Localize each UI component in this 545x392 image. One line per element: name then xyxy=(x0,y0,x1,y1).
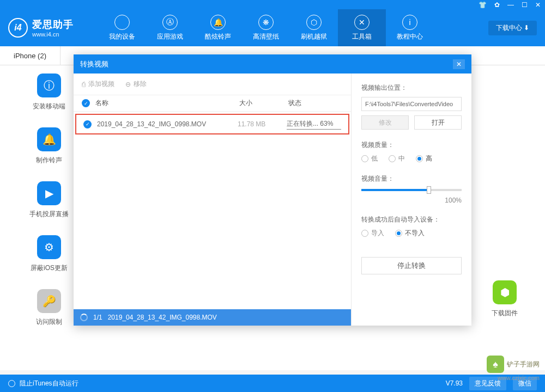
stop-convert-button[interactable]: 停止转换 xyxy=(361,257,462,274)
import-label: 转换成功后自动导入设备： xyxy=(361,215,462,224)
settings-panel: 视频输出位置： 修改 打开 视频质量： 低 中 高 视频音量： xyxy=(352,74,471,326)
close-icon[interactable]: ✕ xyxy=(535,1,541,9)
download-center-button[interactable]: 下载中心 ⬇ xyxy=(488,21,537,35)
modal-title: 转换视频 xyxy=(80,59,108,69)
import-yes[interactable]: 导入 xyxy=(361,229,384,238)
open-button[interactable]: 打开 xyxy=(414,115,462,130)
progress-footer: 1/1 2019_04_28_13_42_IMG_0998.MOV xyxy=(74,309,351,326)
volume-label: 视频音量： xyxy=(361,174,462,183)
nav-item[interactable]: Ⓐ应用游戏 xyxy=(146,9,194,46)
tool-icon: ⓘ xyxy=(37,74,61,97)
row-status: 正在转换... 63% xyxy=(287,119,341,130)
tool-grid: ⓘ安装移动端🔔制作铃声▶手机投屏直播⚙屏蔽iOS更新🔑访问限制 xyxy=(16,74,82,327)
progress-count: 1/1 xyxy=(93,314,102,321)
tool-item[interactable]: ▶手机投屏直播 xyxy=(16,181,82,219)
remove-icon: ⊖ xyxy=(125,81,131,88)
header: i4 爱思助手 www.i4.cn 我的设备Ⓐ应用游戏🔔酷炫铃声❋高清壁纸⬡刷机… xyxy=(0,9,545,46)
modal-close-button[interactable]: ✕ xyxy=(453,59,465,69)
itunes-block-label[interactable]: 阻止iTunes自动运行 xyxy=(20,379,78,388)
watermark-url: www.czjxjc.com xyxy=(498,375,540,381)
tool-item[interactable]: 🔔制作铃声 xyxy=(16,127,82,165)
tool-download-firmware[interactable]: ⬢ 下载固件 xyxy=(492,280,518,318)
nav-item[interactable]: ❋高清壁纸 xyxy=(242,9,290,46)
nav-icon xyxy=(114,15,130,30)
logo: i4 爱思助手 www.i4.cn xyxy=(8,18,74,38)
modify-button[interactable]: 修改 xyxy=(361,115,409,130)
cube-icon: ⬢ xyxy=(493,280,517,304)
main-nav: 我的设备Ⓐ应用游戏🔔酷炫铃声❋高清壁纸⬡刷机越狱✕工具箱i教程中心 xyxy=(98,9,434,46)
nav-icon: ❋ xyxy=(258,15,274,30)
nav-item[interactable]: 我的设备 xyxy=(98,9,146,46)
quality-label: 视频质量： xyxy=(361,140,462,150)
spinner-icon xyxy=(80,314,88,321)
tool-label: 下载固件 xyxy=(492,309,518,318)
convert-video-modal: 转换视频 ✕ ⎙ 添加视频 ⊖ 移除 ✓ 名称 大小 状态 ✓ xyxy=(74,54,471,326)
list-header: ✓ 名称 大小 状态 xyxy=(74,95,351,112)
progress-file: 2019_04_28_13_42_IMG_0998.MOV xyxy=(108,314,217,321)
maximize-icon[interactable]: ☐ xyxy=(522,1,528,9)
nav-icon: i xyxy=(402,15,417,30)
volume-value: 100% xyxy=(361,197,462,204)
status-indicator-icon xyxy=(8,380,15,387)
add-icon: ⎙ xyxy=(82,81,86,88)
tool-item[interactable]: ⚙屏蔽iOS更新 xyxy=(16,235,82,273)
quality-high[interactable]: 高 xyxy=(416,154,432,163)
quality-mid[interactable]: 中 xyxy=(389,154,405,163)
volume-slider[interactable] xyxy=(361,189,462,191)
row-filename: 2019_04_28_13_42_IMG_0998.MOV xyxy=(97,120,238,128)
tool-item[interactable]: ⓘ安装移动端 xyxy=(16,74,82,111)
watermark: ♠ 铲子手游网 xyxy=(487,356,540,373)
row-checkbox[interactable]: ✓ xyxy=(83,120,92,128)
titlebar: 👕 ✿ — ☐ ✕ xyxy=(0,0,545,9)
output-path-label: 视频输出位置： xyxy=(361,83,462,93)
quality-radio-group: 低 中 高 xyxy=(361,154,462,163)
nav-item[interactable]: 🔔酷炫铃声 xyxy=(194,9,242,46)
app-name: 爱思助手 xyxy=(32,18,74,31)
col-size: 大小 xyxy=(239,99,288,108)
tool-item[interactable]: 🔑访问限制 xyxy=(16,289,82,327)
remove-video-button[interactable]: ⊖ 移除 xyxy=(125,79,147,89)
col-status: 状态 xyxy=(288,99,343,108)
nav-icon: 🔔 xyxy=(210,15,226,30)
settings-icon[interactable]: ✿ xyxy=(494,1,500,9)
output-path-input[interactable] xyxy=(361,97,462,111)
tool-icon: ▶ xyxy=(37,181,61,205)
tool-icon: ⚙ xyxy=(37,235,61,259)
version-label: V7.93 xyxy=(446,379,463,387)
app-url: www.i4.cn xyxy=(32,31,74,38)
video-row[interactable]: ✓ 2019_04_28_13_42_IMG_0998.MOV 11.78 MB… xyxy=(75,114,349,134)
quality-low[interactable]: 低 xyxy=(361,154,378,163)
nav-item[interactable]: ⬡刷机越狱 xyxy=(290,9,338,46)
video-list-panel: ⎙ 添加视频 ⊖ 移除 ✓ 名称 大小 状态 ✓ 2019_04_28_13_4… xyxy=(74,74,352,326)
row-size: 11.78 MB xyxy=(238,120,287,128)
nav-item[interactable]: ✕工具箱 xyxy=(338,9,386,46)
list-toolbar: ⎙ 添加视频 ⊖ 移除 xyxy=(74,74,351,95)
modal-header: 转换视频 ✕ xyxy=(74,54,471,74)
tool-icon: 🔔 xyxy=(37,127,61,151)
col-name: 名称 xyxy=(95,99,239,108)
select-all-checkbox[interactable]: ✓ xyxy=(82,99,90,107)
nav-icon: ✕ xyxy=(354,15,370,30)
add-video-button[interactable]: ⎙ 添加视频 xyxy=(82,79,114,89)
tool-icon: 🔑 xyxy=(37,289,61,313)
statusbar: 阻止iTunes自动运行 V7.93 意见反馈 微信 xyxy=(0,375,545,392)
nav-icon: Ⓐ xyxy=(162,15,178,30)
nav-item[interactable]: i教程中心 xyxy=(386,9,434,46)
import-radio-group: 导入 不导入 xyxy=(361,229,462,238)
minimize-icon[interactable]: — xyxy=(507,1,514,9)
skin-icon[interactable]: 👕 xyxy=(479,1,487,9)
tab-iphone[interactable]: iPhone (2) xyxy=(0,46,60,65)
shovel-icon: ♠ xyxy=(487,356,504,373)
nav-icon: ⬡ xyxy=(306,15,322,30)
logo-icon: i4 xyxy=(8,18,28,38)
import-no[interactable]: 不导入 xyxy=(395,229,425,238)
